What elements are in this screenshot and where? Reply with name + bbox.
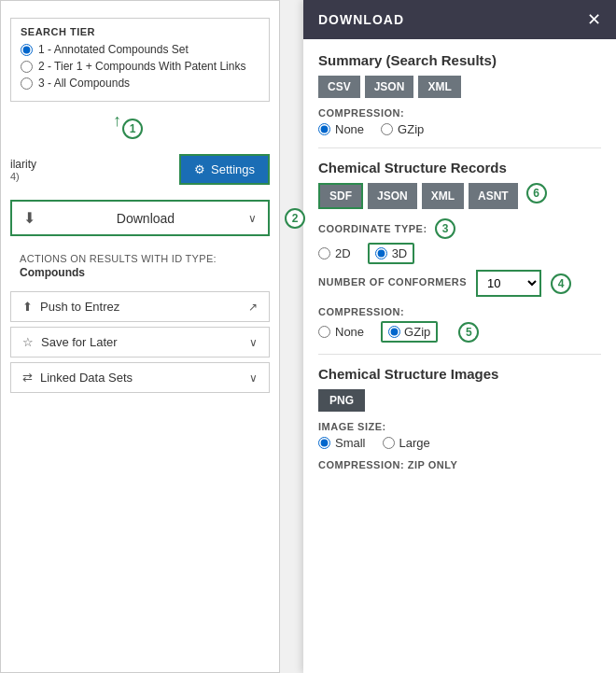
tier-2-radio[interactable]: [21, 61, 33, 73]
tier-3-label: 3 - All Compounds: [38, 77, 130, 90]
coordinate-options: 2D 3D: [318, 243, 601, 264]
linked-icon: ⇄: [22, 371, 33, 385]
coord-3d-radio[interactable]: [375, 247, 387, 259]
search-tier-box: SEARCH TIER 1 - Annotated Compounds Set …: [10, 18, 270, 102]
chem-none-radio[interactable]: [318, 326, 330, 338]
chem-structure-title: Chemical Structure Records: [318, 160, 601, 175]
download-label: Download: [43, 211, 248, 226]
summary-compression-label: COMPRESSION:: [318, 107, 601, 119]
chevron-down-icon: ∨: [248, 212, 257, 225]
download-icon: ⬇: [23, 209, 35, 227]
left-panel: SEARCH TIER 1 - Annotated Compounds Set …: [0, 0, 280, 673]
annotation-1: 1: [122, 119, 143, 139]
external-link-icon: ↗: [248, 301, 258, 314]
tier-1-option[interactable]: 1 - Annotated Compounds Set: [21, 43, 259, 56]
gear-icon: ⚙: [194, 162, 205, 176]
xml-button-chem[interactable]: XML: [422, 183, 464, 209]
size-small-label: Small: [335, 436, 366, 450]
size-small-radio[interactable]: [318, 437, 330, 449]
chem-compression-options: None GZip 5: [318, 321, 601, 343]
chevron-down-icon-2: ∨: [249, 336, 258, 349]
summary-none-label: None: [335, 122, 364, 136]
annotation-3: 3: [435, 218, 455, 239]
settings-button[interactable]: ⚙ Settings: [179, 154, 270, 185]
summary-section: Summary (Search Results) CSV JSON XML CO…: [318, 52, 601, 136]
divider-2: [318, 354, 601, 355]
images-format-buttons: PNG: [318, 389, 601, 412]
search-tier-label: SEARCH TIER: [21, 26, 259, 37]
coord-2d-radio[interactable]: [318, 247, 330, 259]
chem-format-buttons: SDF JSON XML ASNT 6: [318, 183, 601, 209]
chem-compression-label: COMPRESSION:: [318, 306, 601, 317]
tier-3-radio[interactable]: [21, 77, 33, 90]
chem-compression-gzip[interactable]: GZip: [381, 321, 438, 343]
upload-icon: ⬆: [22, 300, 33, 314]
push-to-entrez-label: Push to Entrez: [40, 300, 248, 314]
coord-3d-label: 3D: [392, 246, 408, 260]
image-size-small[interactable]: Small: [318, 436, 366, 450]
summary-none-radio[interactable]: [318, 123, 330, 135]
push-to-entrez-button[interactable]: ⬆ Push to Entrez ↗: [10, 291, 270, 322]
tier-1-radio[interactable]: [21, 44, 33, 56]
summary-title: Summary (Search Results): [318, 52, 601, 68]
sdf-button[interactable]: SDF: [318, 183, 363, 209]
tier-2-option[interactable]: 2 - Tier 1 + Compounds With Patent Links: [21, 60, 259, 73]
annotation-2: 2: [285, 208, 305, 229]
download-button[interactable]: ⬇ Download ∨: [10, 200, 270, 236]
conformers-select[interactable]: 10 5 1: [476, 270, 541, 297]
similarity-label: ilarity: [10, 158, 36, 171]
image-size-large[interactable]: Large: [383, 436, 430, 450]
coord-2d-label: 2D: [335, 246, 351, 260]
chem-images-section: Chemical Structure Images PNG IMAGE SIZE…: [318, 366, 601, 470]
coord-2d-option[interactable]: 2D: [318, 246, 351, 260]
size-large-label: Large: [399, 436, 430, 450]
chevron-down-icon-3: ∨: [249, 372, 258, 385]
download-bar-container: ⬇ Download ∨ 2 →: [1, 200, 279, 236]
linked-data-sets-button[interactable]: ⇄ Linked Data Sets ∨: [10, 362, 270, 393]
image-size-options: Small Large: [318, 436, 601, 450]
download-panel: DOWNLOAD ✕ Summary (Search Results) CSV …: [303, 0, 616, 673]
summary-compression-row: COMPRESSION: None GZip: [318, 107, 601, 136]
csv-button[interactable]: CSV: [318, 76, 360, 98]
conformers-label: NUMBER OF CONFORMERS: [318, 276, 467, 287]
png-button[interactable]: PNG: [318, 389, 365, 412]
coordinate-type-label: COORDINATE TYPE:: [318, 223, 427, 234]
tier-1-label: 1 - Annotated Compounds Set: [38, 43, 189, 56]
download-body: Summary (Search Results) CSV JSON XML CO…: [303, 39, 616, 673]
chem-structure-section: Chemical Structure Records SDF JSON XML …: [318, 160, 601, 343]
coord-3d-option[interactable]: 3D: [368, 243, 415, 264]
conformers-row: NUMBER OF CONFORMERS 10 5 1 4: [318, 270, 601, 297]
tier-3-option[interactable]: 3 - All Compounds: [21, 77, 259, 90]
summary-gzip-radio[interactable]: [381, 123, 393, 135]
json-button-summary[interactable]: JSON: [365, 76, 414, 98]
summary-compression-none[interactable]: None: [318, 122, 364, 136]
chem-compression-none[interactable]: None: [318, 325, 364, 339]
actions-label-container: ACTIONS ON RESULTS WITH ID TYPE: Compoun…: [1, 244, 279, 287]
annotation-4: 4: [551, 273, 571, 294]
summary-compression-options: None GZip: [318, 122, 601, 136]
xml-button-summary[interactable]: XML: [418, 76, 460, 98]
chem-gzip-radio[interactable]: [388, 326, 400, 338]
chem-images-title: Chemical Structure Images: [318, 366, 601, 382]
divider-1: [318, 147, 601, 148]
coordinate-type-row: COORDINATE TYPE: 3 2D 3D: [318, 218, 601, 264]
image-size-row: IMAGE SIZE: Small Large: [318, 421, 601, 450]
save-for-later-label: Save for Later: [41, 335, 249, 349]
summary-compression-gzip[interactable]: GZip: [381, 122, 424, 136]
size-large-radio[interactable]: [383, 437, 395, 449]
chem-compression-row: COMPRESSION: None GZip 5: [318, 306, 601, 343]
asnt-button[interactable]: ASNT: [469, 183, 518, 209]
settings-label: Settings: [211, 162, 255, 176]
save-for-later-button[interactable]: ☆ Save for Later ∨: [10, 327, 270, 358]
image-size-label: IMAGE SIZE:: [318, 421, 601, 432]
settings-area: ilarity 4) ⚙ Settings: [1, 147, 279, 192]
summary-gzip-label: GZip: [398, 122, 424, 136]
chem-gzip-label: GZip: [404, 325, 430, 339]
images-compression-note: COMPRESSION: ZIP ONLY: [318, 459, 601, 470]
close-button[interactable]: ✕: [587, 11, 601, 28]
annotation-6: 6: [526, 183, 547, 203]
download-title: DOWNLOAD: [318, 12, 404, 27]
actions-label: ACTIONS ON RESULTS WITH ID TYPE:: [10, 249, 270, 266]
chem-none-label: None: [335, 325, 364, 339]
json-button-chem[interactable]: JSON: [368, 183, 417, 209]
